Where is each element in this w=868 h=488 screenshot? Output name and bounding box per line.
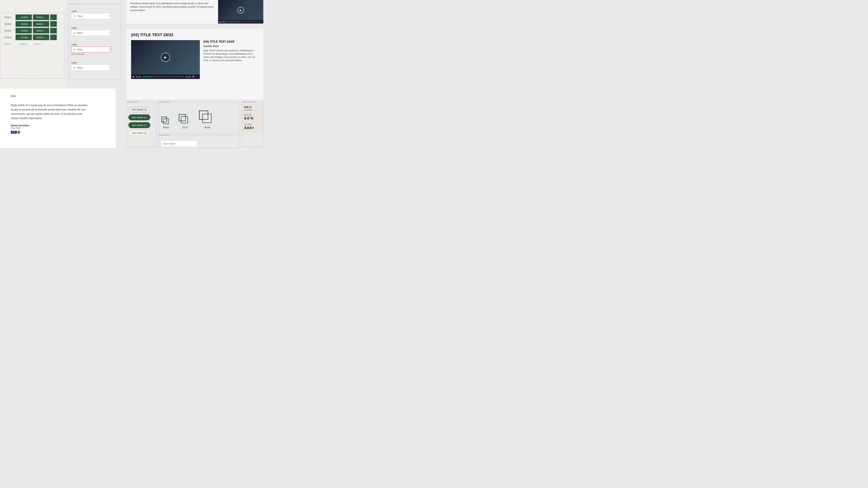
pictogram-icon-96 [198, 107, 216, 125]
separator-1 [244, 112, 261, 112]
video-controls-main: ▶ 02:24 11:38 🔇 ⛶ [131, 74, 200, 79]
timestamp-main: 02:24 [136, 76, 141, 78]
play-button-top[interactable]: ▶ [238, 7, 244, 13]
ghost-button-5b[interactable]: Button ↓ [31, 41, 46, 47]
author-name: Name Surname [11, 124, 108, 127]
ghost-button-4[interactable]: Button [2, 35, 14, 40]
play-icon-main: ▶ [164, 55, 167, 59]
pill-items-container: Item Name (1) Item Name (1) Item Name (1… [128, 107, 150, 136]
green-button-1a[interactable]: ↓ Button [16, 14, 32, 20]
info-icon-2: ⓘ [109, 31, 111, 35]
input-wrapper-1[interactable]: ✉ ⓘ [71, 13, 111, 19]
svg-rect-1 [163, 119, 168, 124]
author-role: Role Title [11, 127, 108, 129]
ghost-button-3[interactable]: Button [2, 28, 14, 33]
ghost-button-1[interactable]: Button [2, 14, 14, 20]
progress-fill-top [228, 22, 240, 22]
play-button-main[interactable]: ▶ [161, 53, 170, 62]
input-wrapper-2[interactable]: ✉ ⓘ [71, 30, 111, 36]
download-icon-11: ↓ [44, 36, 45, 39]
pill-button-4[interactable]: Item Name (1) [128, 130, 150, 136]
text-input-1[interactable] [77, 15, 107, 18]
button-pill-tag: ◆ Button Pill [127, 101, 137, 103]
email-icon-3: ✉ [73, 48, 75, 51]
green-button-4a[interactable]: ↓ Button [16, 35, 32, 40]
info-icon-4: ⓘ [109, 66, 111, 69]
quote-section: ““ Body 24/36 Je n’avais pas du tout con… [0, 89, 116, 148]
menu-item-tag: ◆ Menu Item [159, 134, 170, 136]
green-button-3a[interactable]: ↓ Button [16, 28, 32, 33]
ghost-button-2[interactable]: Button [2, 21, 14, 27]
duration-main: 11:38 [186, 76, 191, 78]
pictogram-area: 56x56 72x72 96x96 [161, 107, 216, 129]
fullscreen-button-main[interactable]: ⛶ [196, 76, 198, 78]
progress-fill-main [142, 76, 153, 77]
menu-item-input-wrapper[interactable] [161, 141, 197, 147]
green-button-1b[interactable]: Button ↓ [33, 14, 49, 20]
text-input-3[interactable] [77, 48, 107, 51]
body-text: Body 16/28 Praesent quis pretium ex. Pel… [204, 49, 259, 62]
email-icon-2: ✉ [73, 32, 75, 34]
icon-only-button-1[interactable]: ↓ [50, 14, 57, 20]
input-field-3: Label ✉ ⓘ Error message [71, 43, 111, 55]
button-row-4: Button ↓ Button Button ↓ ↓ [2, 35, 57, 40]
text-input-2[interactable] [77, 32, 107, 34]
download-icon-5: ↓ [44, 23, 45, 25]
ghost-button-5[interactable]: Button [2, 41, 14, 47]
button-row-2: Button ↓ Button Button ↓ ↓ [2, 21, 57, 27]
pill-button-1[interactable]: Item Name (1) [128, 107, 150, 112]
green-button-2a[interactable]: ↓ Button [16, 21, 32, 27]
progress-track-main[interactable] [142, 76, 184, 77]
video-thumbnail-top: ▶ ▶ 02:24 [218, 0, 263, 24]
quote-author: Name Surname Role Title CITY / [11, 124, 108, 134]
menu-item-input[interactable] [163, 142, 195, 145]
svg-rect-4 [181, 117, 188, 123]
pill-button-3[interactable]: Item Name (1) [128, 122, 150, 128]
key-num-item-label-2: Item Title [244, 124, 261, 125]
download-icon-10: ↓ [19, 36, 21, 39]
h3-title: (H3) TITLE TEXT 24/28 [204, 40, 259, 43]
key-numbers-last-update: Last updat [244, 109, 261, 111]
download-icon-3: ↓ [53, 16, 54, 19]
download-icon-6: ↓ [53, 23, 54, 25]
video-main-thumbnail: ▶ [131, 40, 200, 74]
pictogram-label-56: 56x56 [163, 126, 169, 129]
green-button-2b[interactable]: Button ↓ [33, 21, 49, 27]
h2-title: (H2) TITLE TEXT 28/32 [131, 33, 259, 37]
logo-separator: / [18, 131, 20, 134]
field-label-2: Label [71, 27, 111, 29]
mute-button-main[interactable]: 🔇 [192, 75, 194, 78]
key-num-item-label-1: Item Title [244, 114, 261, 116]
email-icon-1: ✉ [73, 15, 75, 18]
icon-only-button-3[interactable]: ↓ [50, 28, 57, 33]
ghost-button-5a[interactable]: ↓ Button [16, 41, 30, 47]
quote-mark: ““ [11, 94, 108, 101]
pill-button-2[interactable]: Item Name (1) [128, 115, 150, 120]
button-row-5: Button ↓ Button Button ↓ ↓ [2, 41, 57, 47]
key-num-value-1: 0.0 % [244, 116, 261, 120]
green-button-4b[interactable]: Button ↓ [33, 35, 49, 40]
progress-track-top[interactable] [228, 22, 262, 22]
error-message: Error message [71, 53, 111, 55]
icon-only-button-2[interactable]: ↓ [50, 21, 57, 27]
input-wrapper-3[interactable]: ✉ ⓘ [71, 46, 111, 53]
key-numbers-tag: ◆ Key Numbers [242, 101, 255, 103]
green-button-3b[interactable]: Button ↓ [33, 28, 49, 33]
icon-only-button-4[interactable]: ↓ [50, 35, 57, 40]
text-input-4[interactable] [77, 66, 107, 69]
play-icon-top: ▶ [240, 9, 242, 11]
menu-item-area [161, 141, 197, 147]
pictogram-label-96: 96x96 [204, 126, 210, 129]
play-control-top[interactable]: ▶ [220, 21, 221, 23]
icon-only-ghost-5[interactable]: ↓ [48, 41, 54, 47]
input-wrapper-4[interactable]: ✉ ⓘ [71, 65, 111, 70]
key-num-value-2: AAA+ [244, 126, 261, 130]
input-field-4: Label ✉ ⓘ [71, 61, 111, 70]
email-icon-4: ✉ [73, 66, 75, 69]
play-control-main[interactable]: ▶ [133, 75, 134, 78]
video-description-text: Praesent eu dictum ligula. Cras pellente… [127, 0, 218, 24]
button-row-1: Button ↓ Button Button ↓ ↓ [2, 14, 57, 20]
download-icon-9: ↓ [53, 29, 54, 32]
pictogram-tag: ◆ Pictogram [159, 101, 169, 103]
button-row-3: Button ↓ Button Button ↓ ↓ [2, 28, 57, 33]
